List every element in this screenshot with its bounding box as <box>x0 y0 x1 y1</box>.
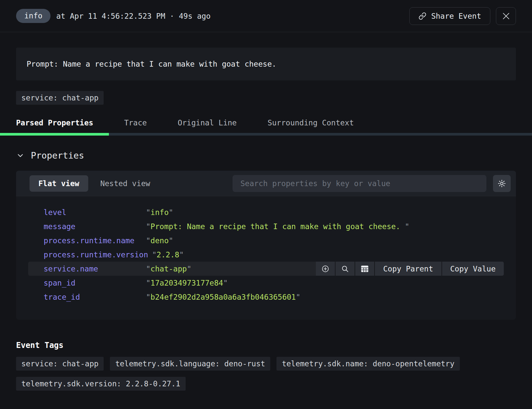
event-tag[interactable]: telemetry.sdk.version: 2.2.8-0.27.1 <box>16 377 186 391</box>
tab-parsed-properties[interactable]: Parsed Properties <box>16 118 93 127</box>
property-row-message[interactable]: message"Prompt: Name a recipe that I can… <box>28 219 504 233</box>
event-tag[interactable]: telemetry.sdk.language: deno-rust <box>110 357 270 371</box>
property-row-level[interactable]: level"info" <box>28 205 504 219</box>
properties-section-header: Properties <box>16 150 516 161</box>
gear-icon <box>497 179 506 188</box>
copy-parent-label: Copy Parent <box>383 265 433 273</box>
property-key: level <box>44 208 146 217</box>
add-filter-button[interactable] <box>316 262 335 276</box>
property-key: service.name <box>44 265 146 273</box>
add-column-button[interactable] <box>355 262 374 276</box>
search-icon <box>341 265 349 273</box>
share-event-button[interactable]: Share Event <box>409 7 490 25</box>
property-value: "2.2.8" <box>152 250 184 259</box>
copy-value-button[interactable]: Copy Value <box>441 262 504 276</box>
link-icon <box>419 12 426 20</box>
flat-view-toggle[interactable]: Flat view <box>30 175 88 192</box>
copy-value-label: Copy Value <box>450 265 496 273</box>
property-row-span_id[interactable]: span_id"17a2034973177e84" <box>28 276 504 290</box>
tab-trace[interactable]: Trace <box>124 118 147 127</box>
properties-panel: Flat view Nested view level"info"message… <box>16 171 516 320</box>
search-value-button[interactable] <box>335 262 355 276</box>
copy-parent-button[interactable]: Copy Parent <box>374 262 441 276</box>
nested-view-toggle[interactable]: Nested view <box>92 175 159 192</box>
properties-rows: level"info"message"Prompt: Name a recipe… <box>16 196 516 320</box>
tab-original-line[interactable]: Original Line <box>178 118 237 127</box>
property-value: "info" <box>146 208 173 217</box>
tab-surrounding-context[interactable]: Surrounding Context <box>268 118 354 127</box>
share-event-label: Share Event <box>431 12 481 20</box>
event-tag[interactable]: telemetry.sdk.name: deno-opentelemetry <box>276 357 460 371</box>
level-badge: info <box>16 9 51 23</box>
property-search-input[interactable] <box>233 175 486 192</box>
properties-toolbar: Flat view Nested view <box>16 171 516 196</box>
property-key: trace_id <box>44 293 146 301</box>
property-value: "b24ef2902d2a958a0a6a3fb046365601" <box>146 293 300 301</box>
chevron-down-icon[interactable] <box>16 151 25 160</box>
property-row-trace_id[interactable]: trace_id"b24ef2902d2a958a0a6a3fb04636560… <box>28 290 504 304</box>
property-value: "deno" <box>146 236 173 245</box>
header-actions: Share Event <box>409 7 516 25</box>
property-row-process.runtime.version[interactable]: process.runtime.version"2.2.8" <box>28 248 504 262</box>
close-icon <box>502 12 510 20</box>
event-tags-title: Event Tags <box>16 341 516 350</box>
property-value: "17a2034973177e84" <box>146 279 228 287</box>
property-key: message <box>44 222 146 231</box>
event-tag-list: service: chat-apptelemetry.sdk.language:… <box>16 357 516 391</box>
row-actions-toolbar: Copy ParentCopy Value <box>316 262 504 276</box>
table-icon <box>360 265 369 273</box>
active-tab-indicator <box>0 133 109 136</box>
property-key: process.runtime.name <box>44 236 146 245</box>
property-row-process.runtime.name[interactable]: process.runtime.name"deno" <box>28 233 504 248</box>
settings-button[interactable] <box>493 175 511 192</box>
event-message-preview: Prompt: Name a recipe that I can make wi… <box>16 48 516 80</box>
property-key: process.runtime.version <box>44 250 152 259</box>
property-key: span_id <box>44 279 146 287</box>
properties-section-title: Properties <box>31 150 84 161</box>
plus-circle-icon <box>321 265 330 273</box>
event-message-text: Prompt: Name a recipe that I can make wi… <box>27 60 276 68</box>
event-timestamp: at Apr 11 4:56:22.523 PM · 49s ago <box>56 12 211 20</box>
event-header: info at Apr 11 4:56:22.523 PM · 49s ago … <box>0 0 532 32</box>
service-tag[interactable]: service: chat-app <box>16 91 104 105</box>
close-button[interactable] <box>496 7 516 25</box>
event-tag[interactable]: service: chat-app <box>16 357 104 371</box>
property-value: "chat-app" <box>146 265 192 273</box>
property-value: "Prompt: Name a recipe that I can make w… <box>146 222 409 231</box>
property-row-service.name[interactable]: service.name"chat-app"Copy ParentCopy Va… <box>28 262 504 276</box>
detail-tabs: Parsed PropertiesTraceOriginal LineSurro… <box>16 118 516 136</box>
